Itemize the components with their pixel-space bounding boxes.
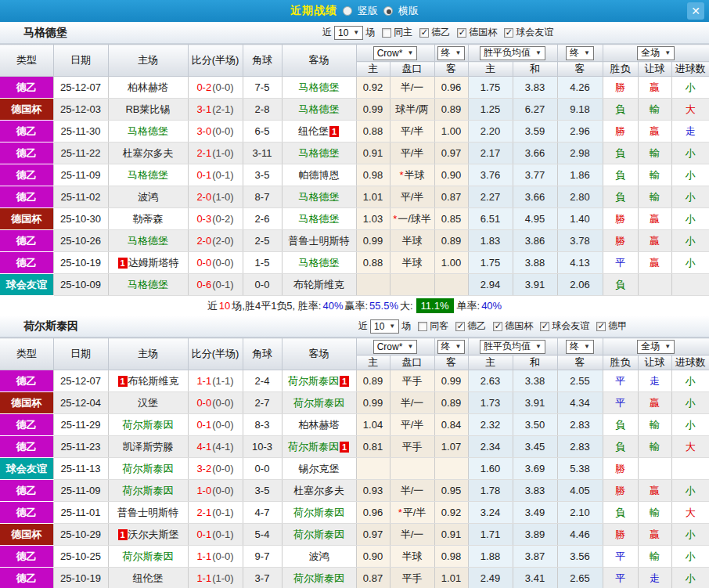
full-score: 3-1 bbox=[196, 103, 211, 115]
league-checkbox[interactable]: ✓ bbox=[540, 322, 549, 331]
col-corners: 角球 bbox=[243, 45, 282, 77]
recent-label: 近 bbox=[322, 26, 332, 39]
avg-away-cell: 2.06 bbox=[557, 274, 603, 296]
avg-away-cell: 2.83 bbox=[557, 414, 603, 436]
away-odds-cell: 0.96 bbox=[434, 77, 468, 99]
date-cell: 25-11-02 bbox=[53, 186, 108, 208]
away-odds-cell bbox=[434, 274, 468, 296]
away-team-cell: 马格德堡 bbox=[282, 186, 356, 208]
goals-result-cell bbox=[671, 274, 709, 296]
away-team-cell: 荷尔斯泰因 bbox=[282, 392, 356, 414]
section-holstein: 荷尔斯泰因 近10▼场同客✓德乙✓德国杯✓球会友谊✓德甲 类型 日期 主场 比分… bbox=[0, 316, 709, 588]
match-count-select[interactable]: 10▼ bbox=[334, 26, 363, 40]
avg-away-cell: 2.96 bbox=[557, 121, 603, 142]
away-team-name: 荷尔斯泰因 bbox=[288, 441, 339, 453]
unit-label: 场 bbox=[365, 26, 375, 39]
handicap-cell: *一/球半 bbox=[390, 208, 434, 230]
final-odds-select[interactable]: 终▼ bbox=[437, 46, 466, 60]
home-team-name: 勒蒂森 bbox=[133, 213, 164, 225]
handicap-cell: 平/半 bbox=[390, 186, 434, 208]
away-team-name: 马格德堡 bbox=[299, 147, 340, 159]
home-odds-cell: 0.91 bbox=[356, 142, 390, 164]
same-venue-checkbox[interactable] bbox=[418, 322, 427, 331]
col-avg-home: 主 bbox=[468, 62, 513, 77]
league-checkbox[interactable]: ✓ bbox=[493, 322, 502, 331]
handicap-star: * bbox=[393, 213, 397, 225]
bookmaker-select[interactable]: Crow*▼ bbox=[373, 46, 418, 60]
handicap-text: 平/半 bbox=[401, 147, 424, 159]
league-cell: 德乙 bbox=[0, 121, 53, 142]
handicap-text: 半球 bbox=[402, 257, 423, 269]
avg-draw-cell: 3.41 bbox=[513, 568, 557, 588]
wdl-average-select[interactable]: 胜平负均值▼ bbox=[480, 340, 545, 354]
handicap-cell bbox=[390, 274, 434, 296]
league-checkbox[interactable]: ✓ bbox=[504, 28, 513, 38]
bookmaker-select[interactable]: Crow*▼ bbox=[373, 340, 418, 354]
avg-draw-cell: 3.77 bbox=[513, 164, 557, 186]
away-team-name: 马格德堡 bbox=[299, 213, 340, 225]
col-score: 比分(半场) bbox=[188, 45, 243, 77]
score-cell: 4-1(4-1) bbox=[188, 436, 243, 458]
away-team-name: 马格德堡 bbox=[299, 257, 340, 269]
home-team-cell: 凯泽斯劳滕 bbox=[108, 436, 188, 458]
home-team-name: 柏林赫塔 bbox=[128, 81, 168, 93]
goals-result-cell: 小 bbox=[671, 77, 709, 99]
avg-draw-cell: 3.88 bbox=[513, 252, 557, 274]
final-avg-select[interactable]: 终▼ bbox=[566, 340, 594, 354]
league-cell: 德国杯 bbox=[0, 208, 53, 230]
corners-cell: 9-7 bbox=[243, 546, 282, 568]
section-header: 荷尔斯泰因 近10▼场同客✓德乙✓德国杯✓球会友谊✓德甲 bbox=[0, 316, 709, 337]
away-team-name: 布轮斯维克 bbox=[293, 279, 344, 290]
unit-label: 场 bbox=[401, 319, 411, 333]
handicap-result-cell: 輸 bbox=[638, 142, 671, 164]
home-team-cell: 荷尔斯泰因 bbox=[108, 414, 188, 436]
vertical-layout-radio[interactable] bbox=[343, 6, 352, 16]
full-match-select[interactable]: 全场▼ bbox=[637, 46, 675, 60]
half-score: (0-1) bbox=[212, 528, 233, 540]
avg-draw-cell: 3.66 bbox=[513, 186, 557, 208]
handicap-cell: 平手 bbox=[390, 370, 434, 392]
avg-away-cell: 3.56 bbox=[557, 546, 603, 568]
score-cell: 0-0(0-0) bbox=[188, 392, 243, 414]
handicap-text: 半/一 bbox=[401, 81, 424, 93]
close-icon[interactable]: ✕ bbox=[687, 2, 704, 20]
home-team-name: 马格德堡 bbox=[128, 235, 168, 247]
avg-home-cell: 2.27 bbox=[468, 186, 513, 208]
col-avg-draw: 和 bbox=[513, 62, 557, 77]
match-row: 德乙25-11-09荷尔斯泰因1-0(0-0)3-5杜塞尔多夫0.93半/一0.… bbox=[0, 480, 709, 502]
home-team-name: 杜塞尔多夫 bbox=[123, 147, 174, 159]
avg-home-cell: 6.51 bbox=[468, 208, 513, 230]
match-row: 德乙25-11-29荷尔斯泰因0-1(0-0)8-3柏林赫塔1.04平/半0.8… bbox=[0, 414, 709, 436]
goals-result-cell: 小 bbox=[671, 546, 709, 568]
match-row: 球会友谊25-11-13荷尔斯泰因3-2(0-0)0-0锡尔克堡1.603.69… bbox=[0, 458, 709, 480]
league-checkbox[interactable]: ✓ bbox=[596, 322, 606, 331]
col-result: 胜负 bbox=[603, 355, 638, 370]
match-count-value: 10 bbox=[374, 321, 384, 332]
league-checkbox[interactable]: ✓ bbox=[457, 28, 466, 38]
same-venue-checkbox[interactable] bbox=[382, 28, 391, 38]
match-count-select[interactable]: 10▼ bbox=[370, 319, 399, 334]
rank-badge: 1 bbox=[340, 442, 349, 453]
corners-cell: 2-6 bbox=[243, 208, 282, 230]
league-checkbox[interactable]: ✓ bbox=[455, 322, 465, 331]
col-home: 主场 bbox=[108, 45, 188, 77]
final-odds-select[interactable]: 终▼ bbox=[437, 340, 466, 354]
dropdown-arrow-icon: ▼ bbox=[389, 323, 395, 330]
horizontal-layout-radio[interactable] bbox=[383, 6, 393, 16]
score-cell: 0-1(0-1) bbox=[188, 524, 243, 546]
col-goals: 进球数 bbox=[671, 62, 709, 77]
home-odds-cell: 0.89 bbox=[356, 370, 390, 392]
home-odds-cell: 0.99 bbox=[356, 392, 390, 414]
wdl-average-select[interactable]: 胜平负均值▼ bbox=[480, 46, 545, 60]
home-odds-cell: 0.90 bbox=[356, 546, 390, 568]
full-match-select[interactable]: 全场▼ bbox=[637, 340, 675, 354]
rank-badge: 1 bbox=[118, 258, 128, 269]
home-team-name: 沃尔夫斯堡 bbox=[128, 528, 179, 540]
corners-cell: 10-3 bbox=[243, 436, 282, 458]
final-avg-select[interactable]: 终▼ bbox=[566, 46, 594, 60]
away-odds-cell: 0.85 bbox=[434, 208, 468, 230]
league-checkbox[interactable]: ✓ bbox=[419, 28, 429, 38]
avg-draw-cell: 3.83 bbox=[513, 480, 557, 502]
avg-home-cell: 1.25 bbox=[468, 99, 513, 121]
avg-away-cell: 4.26 bbox=[557, 77, 603, 99]
